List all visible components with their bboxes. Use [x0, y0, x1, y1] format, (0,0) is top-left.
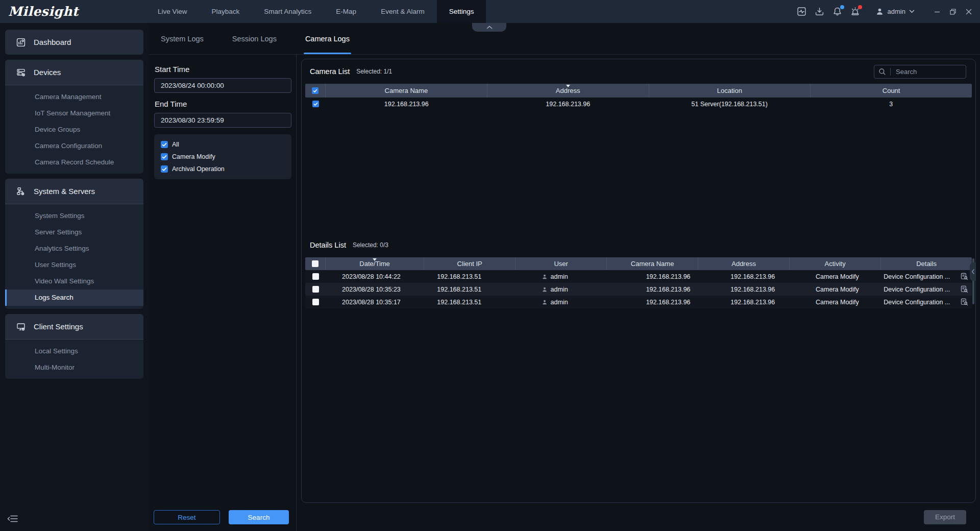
right-panel-collapse-handle[interactable] — [970, 262, 975, 281]
tab-session-logs[interactable]: Session Logs — [231, 23, 278, 54]
tab-camera-logs[interactable]: Camera Logs — [304, 23, 351, 54]
camera-location-cell: 51 Server(192.168.213.51) — [649, 101, 811, 108]
camera-row-checkbox[interactable] — [312, 101, 319, 107]
alarm-siren-icon[interactable] — [850, 7, 860, 16]
end-time-input[interactable]: 2023/08/30 23:59:59 — [154, 113, 291, 128]
notification-bell-icon[interactable] — [832, 7, 842, 16]
sidebar-item-system-settings[interactable]: System Settings — [5, 208, 143, 224]
user-cell: admin — [502, 299, 626, 306]
search-divider — [890, 68, 891, 76]
view-details-icon[interactable] — [961, 273, 968, 280]
camera-name-cell: 192.168.213.96 — [626, 273, 710, 280]
chevron-up-icon — [486, 26, 493, 29]
dashboard-icon — [16, 38, 26, 47]
minimize-button[interactable] — [934, 9, 940, 15]
sidebar-item-iot-sensor-management[interactable]: IoT Sensor Management — [5, 105, 143, 122]
camera-count-cell: 3 — [811, 101, 972, 108]
sidebar-header-devices[interactable]: Devices — [5, 60, 143, 85]
sidebar-item-dashboard[interactable]: Dashboard — [5, 30, 143, 55]
row-checkbox[interactable] — [312, 299, 319, 305]
health-status-icon[interactable] — [797, 7, 806, 16]
nav-event-alarm[interactable]: Event & Alarm — [369, 0, 437, 23]
column-header-address[interactable]: Address — [698, 257, 790, 270]
details-log-row[interactable]: 2023/08/28 10:44:22 192.168.213.51 admin… — [305, 270, 972, 283]
sidebar-item-user-settings[interactable]: User Settings — [5, 257, 143, 273]
client-settings-icon — [16, 322, 26, 331]
details-log-row[interactable]: 2023/08/28 10:35:17 192.168.213.51 admin… — [305, 296, 972, 308]
sidebar-header-system-servers[interactable]: System & Servers — [5, 179, 143, 204]
camera-select-all-checkbox[interactable] — [312, 87, 318, 94]
column-header-location[interactable]: Location — [649, 84, 811, 98]
sidebar-item-camera-record-schedule[interactable]: Camera Record Schedule — [5, 154, 143, 171]
checkbox-camera-modify[interactable]: Camera Modify — [161, 153, 285, 160]
camera-address-cell: 192.168.213.96 — [487, 101, 649, 108]
checkbox-all[interactable]: All — [161, 141, 285, 148]
nav-live-view[interactable]: Live View — [145, 0, 200, 23]
close-button[interactable] — [966, 9, 972, 15]
nav-settings[interactable]: Settings — [437, 0, 486, 23]
nav-playback[interactable]: Playback — [200, 0, 252, 23]
log-type-filter: All Camera Modify Archival Operation — [154, 134, 291, 179]
sidebar-item-camera-management[interactable]: Camera Management — [5, 89, 143, 105]
column-header-count[interactable]: Count — [811, 84, 972, 98]
row-checkbox[interactable] — [312, 273, 319, 280]
column-header-client-ip[interactable]: Client IP — [424, 257, 516, 270]
sidebar-item-multi-monitor[interactable]: Multi-Monitor — [5, 359, 143, 376]
start-time-label: Start Time — [155, 65, 291, 74]
sidebar-header-client-settings[interactable]: Client Settings — [5, 314, 143, 339]
sidebar-item-server-settings[interactable]: Server Settings — [5, 224, 143, 240]
camera-search-input[interactable]: Search — [874, 65, 966, 79]
start-time-input[interactable]: 2023/08/24 00:00:00 — [154, 78, 291, 93]
row-checkbox[interactable] — [312, 286, 319, 293]
column-header-camera-name[interactable]: Camera Name — [607, 257, 698, 270]
user-menu[interactable]: admin — [875, 7, 915, 16]
tab-system-logs[interactable]: System Logs — [159, 23, 205, 54]
export-button[interactable]: Export — [924, 510, 966, 524]
sidebar-item-camera-configuration[interactable]: Camera Configuration — [5, 138, 143, 154]
panel-collapse-handle[interactable] — [472, 23, 506, 32]
sidebar-item-device-groups[interactable]: Device Groups — [5, 122, 143, 138]
user-icon — [542, 286, 548, 293]
topbar-right: admin — [797, 0, 980, 23]
logs-results-panel: Camera List Selected: 1/1 Search — [301, 59, 976, 503]
sidebar-item-video-wall-settings[interactable]: Video Wall Settings — [5, 273, 143, 289]
user-cell: admin — [502, 273, 626, 280]
client-ip-cell: 192.168.213.51 — [417, 299, 502, 306]
column-header-date-time[interactable]: Date/Time — [326, 257, 424, 270]
alarm-badge — [858, 5, 862, 9]
details-select-all-checkbox[interactable] — [312, 260, 318, 267]
main-nav: Live View Playback Smart Analytics E-Map… — [145, 0, 486, 23]
view-details-icon[interactable] — [961, 298, 968, 306]
column-header-camera-name[interactable]: Camera Name — [326, 84, 487, 98]
search-button[interactable]: Search — [229, 510, 289, 524]
sort-desc-icon — [566, 85, 570, 89]
nav-e-map[interactable]: E-Map — [324, 0, 369, 23]
camera-list-row[interactable]: 192.168.213.96 192.168.213.96 51 Server(… — [305, 98, 972, 110]
camera-name-cell: 192.168.213.96 — [626, 286, 710, 293]
nav-smart-analytics[interactable]: Smart Analytics — [252, 0, 324, 23]
sidebar-item-logs-search[interactable]: Logs Search — [5, 289, 143, 306]
column-header-address[interactable]: Address — [487, 84, 649, 98]
view-details-icon[interactable] — [961, 285, 968, 293]
user-avatar-icon — [875, 7, 884, 16]
address-cell: 192.168.213.96 — [710, 273, 795, 280]
sidebar-item-analytics-settings[interactable]: Analytics Settings — [5, 240, 143, 257]
reset-button[interactable]: Reset — [154, 510, 220, 524]
restore-button[interactable] — [950, 9, 956, 15]
checkbox-archival-operation[interactable]: Archival Operation — [161, 165, 285, 173]
checkbox-checked-icon — [161, 165, 168, 173]
details-cell: Device Configuration ... — [879, 298, 972, 306]
checkbox-label: Archival Operation — [172, 165, 225, 173]
column-header-details[interactable]: Details — [881, 257, 972, 270]
address-cell: 192.168.213.96 — [710, 299, 795, 306]
sidebar-item-local-settings[interactable]: Local Settings — [5, 343, 143, 359]
download-center-icon[interactable] — [815, 7, 824, 16]
column-header-user[interactable]: User — [516, 257, 607, 270]
logs-tabbar: System Logs Session Logs Camera Logs — [149, 23, 980, 55]
client-ip-cell: 192.168.213.51 — [417, 273, 502, 280]
user-cell: admin — [502, 286, 626, 293]
sidebar-collapse-icon[interactable] — [7, 514, 18, 524]
details-log-row[interactable]: 2023/08/28 10:35:23 192.168.213.51 admin… — [305, 283, 972, 296]
column-header-activity[interactable]: Activity — [790, 257, 881, 270]
camera-list-table: Camera Name Address Location Count — [305, 84, 972, 233]
